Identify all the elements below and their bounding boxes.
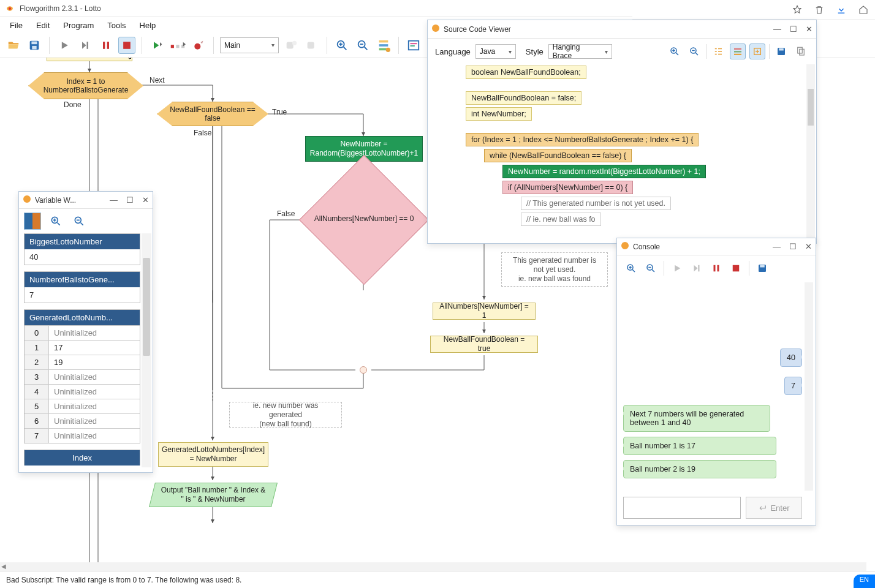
code-line[interactable]: for (Index = 1 ; Index <= NumberofBallst… [466,133,699,146]
breakpoint-icon[interactable] [190,37,207,54]
menu-tools[interactable]: Tools [101,18,132,32]
scrollbar-thumb[interactable] [808,89,814,126]
flow-while-loop[interactable]: NewBallFoundBoolean == false [157,102,268,126]
flow-comment-newnum[interactable]: ie. new number was generated (new ball f… [229,402,342,428]
maximize-button[interactable]: ☐ [790,24,797,34]
zoom-in-icon[interactable] [667,43,683,59]
close-button[interactable]: ✕ [806,24,813,34]
sync-toggle-icon[interactable] [749,43,765,59]
view-code-icon[interactable] [405,37,422,54]
maximize-button[interactable]: ☐ [789,242,797,251]
procedure-select[interactable]: Main [220,37,279,53]
open-icon[interactable] [5,37,22,54]
variable-watch-window[interactable]: Variable W... — ☐ ✕ BiggestLottoNumber 4… [18,191,153,473]
star-icon[interactable] [792,4,803,15]
highlight-toggle-icon[interactable] [730,43,746,59]
ime-indicator[interactable]: EN [854,575,875,588]
console-titlebar[interactable]: Console — ☐ ✕ [617,238,816,255]
close-button[interactable]: ✕ [142,195,149,205]
maximize-button[interactable]: ☐ [126,195,134,205]
code-line[interactable]: NewBallFoundBoolean = false; [466,91,581,105]
edit-func-icon[interactable] [303,37,320,54]
stop-icon[interactable] [118,37,135,54]
copy-icon[interactable] [793,43,809,59]
code-line[interactable]: // This generated number is not yet used… [521,197,671,210]
download-icon[interactable] [836,4,847,15]
flow-assign-setarr[interactable]: AllNumbers[NewNumber] = 1 [433,303,536,320]
speed-slider-icon[interactable] [169,37,186,54]
srcwin-scrollbar[interactable] [806,64,815,238]
flow-assign-store[interactable]: GeneratedLottoNumbers[Index] = NewNumber [158,442,268,467]
close-button[interactable]: ✕ [805,242,812,251]
varwin-titlebar[interactable]: Variable W... — ☐ ✕ [19,192,153,209]
srcwin-code-body[interactable]: boolean NewBallFoundBoolean;NewBallFound… [436,64,805,238]
var-card[interactable]: BiggestLottoNumber 40 [24,233,140,265]
var-array-row[interactable]: 4Uninitialized [25,384,140,399]
var-array-row[interactable]: 0Uninitialized [25,325,140,340]
play-icon[interactable] [56,37,73,54]
add-func-icon[interactable] [282,37,300,54]
menu-help[interactable]: Help [134,18,162,32]
flow-assign-setbool[interactable]: NewBallFoundBoolean = true [430,336,538,353]
zoom-out-icon[interactable] [686,43,702,59]
play-speed-icon[interactable] [148,37,165,54]
language-select[interactable]: Java [475,44,516,59]
var-array-row[interactable]: 219 [25,355,140,369]
flow-assign-cut[interactable] [47,58,132,61]
console-input-field[interactable] [623,497,741,519]
var-array-row[interactable]: 3Uninitialized [25,369,140,384]
scrollbar-thumb[interactable] [143,258,150,356]
trash-icon[interactable] [814,4,825,15]
var-card-peek[interactable]: Index [24,450,140,466]
zoom-in-icon[interactable] [333,37,350,54]
flow-for-loop[interactable]: Index = 1 to NumberofBallstoGenerate [28,72,143,99]
code-line[interactable]: NewNumber = random.nextInt(BiggestLottoN… [502,165,706,178]
code-line[interactable]: while (NewBallFoundBoolean == false) { [484,149,632,162]
code-line[interactable]: if (AllNumbers[NewNumber] == 0) { [502,181,633,194]
step-icon[interactable] [77,37,94,54]
save-icon[interactable] [26,37,43,54]
zoom-in-icon[interactable] [47,213,64,230]
pause-icon[interactable] [97,37,115,54]
indent-toggle-icon[interactable] [710,43,726,59]
flow-if[interactable]: AllNumbers[NewNumber] == 0 [297,186,431,254]
varwin-scrollbar[interactable] [142,233,151,467]
minimize-button[interactable]: — [773,242,781,251]
stop-icon[interactable] [728,260,744,276]
console-enter-button[interactable]: Enter [746,497,802,519]
menu-file[interactable]: File [4,18,29,32]
var-array-row[interactable]: 7Uninitialized [25,428,140,443]
var-card[interactable]: NumberofBallstoGene... 7 [24,271,140,303]
menu-edit[interactable]: Edit [30,18,56,32]
scroll-left-icon[interactable]: ◀ [1,563,6,570]
code-line[interactable]: boolean NewBallFoundBoolean; [466,66,586,79]
srcwin-titlebar[interactable]: Source Code Viewer — ☐ ✕ [428,20,816,39]
code-line[interactable]: // ie. new ball was fo [521,213,601,226]
save-icon[interactable] [754,260,770,276]
code-line[interactable]: int NewNumber; [466,107,532,121]
zoom-out-icon[interactable] [643,260,659,276]
pause-icon[interactable] [708,260,724,276]
menu-program[interactable]: Program [57,18,100,32]
zoom-in-icon[interactable] [623,260,639,276]
flow-comment-notused[interactable]: This generated number is not yet used. i… [501,252,608,287]
zoom-out-icon[interactable] [354,37,371,54]
home-icon[interactable] [858,4,869,15]
minimize-button[interactable]: — [773,24,781,34]
layout-icon[interactable] [375,37,392,54]
step-icon[interactable] [689,260,705,276]
var-array-row[interactable]: 117 [25,340,140,355]
zoom-out-icon[interactable] [70,213,88,230]
console-body[interactable]: 40 7 Next 7 numbers will be generated be… [623,282,802,491]
save-icon[interactable] [773,43,789,59]
minimize-button[interactable]: — [110,195,118,205]
canvas-h-scrollbar[interactable]: ◀ [0,562,866,571]
var-array-row[interactable]: 5Uninitialized [25,399,140,413]
style-select[interactable]: Hanging Brace [548,44,612,59]
source-viewer-window[interactable]: Source Code Viewer — ☐ ✕ Language Java S… [427,20,817,244]
varwin-columns-toggle[interactable] [24,213,41,230]
var-array-row[interactable]: 6Uninitialized [25,413,140,428]
var-array-card[interactable]: GeneratedLottoNumb... 0Uninitialized1172… [24,309,140,443]
console-window[interactable]: Console — ☐ ✕ 40 7 Next 7 numbers will b… [616,238,816,526]
flow-output[interactable]: Output "Ball number " & Index & " is " &… [149,483,278,507]
